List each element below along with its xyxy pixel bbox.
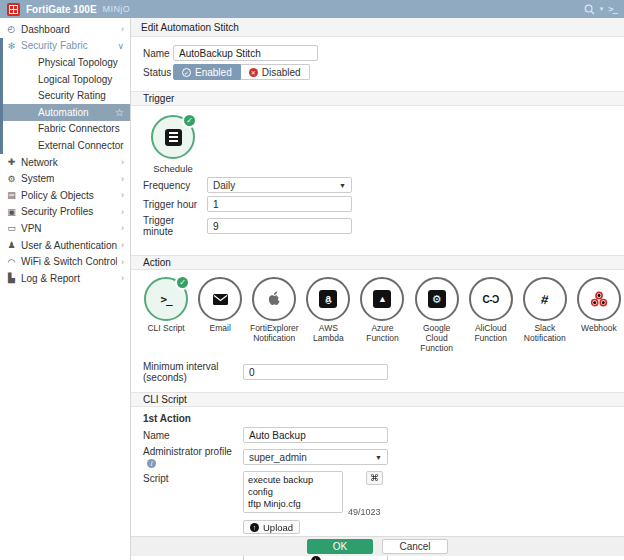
chevron-right-icon: › bbox=[121, 223, 124, 233]
lock-icon: ▣ bbox=[6, 207, 17, 217]
trigger-minute-input[interactable] bbox=[207, 218, 352, 234]
fortigate-app: FortiGate 100E MINjO ▾ >_ ◴ Dashboard › … bbox=[0, 0, 624, 560]
trigger-minute-label: Trigger minute bbox=[143, 215, 207, 237]
webhook-icon bbox=[590, 290, 608, 308]
action-email[interactable]: Email bbox=[195, 277, 245, 353]
favorite-star-icon[interactable]: ☆ bbox=[115, 107, 124, 118]
trigger-schedule-card[interactable]: ✓ Schedule bbox=[141, 115, 205, 174]
sidebar-item-external-connectors[interactable]: External Connectors bbox=[3, 137, 130, 154]
search-icon[interactable] bbox=[584, 4, 595, 15]
network-icon: ✚ bbox=[6, 157, 17, 167]
sidebar-item-physical-topology[interactable]: Physical Topology bbox=[3, 54, 130, 71]
script-textarea[interactable]: execute backup config tftp Minjo.cfg 10.… bbox=[243, 471, 343, 513]
action-azure-function[interactable]: ▲ Azure Function bbox=[357, 277, 407, 353]
sidebar-item-dashboard[interactable]: ◴ Dashboard › bbox=[0, 21, 130, 38]
chevron-right-icon: › bbox=[121, 190, 124, 200]
sidebar-item-log-report[interactable]: ▙ Log & Report › bbox=[0, 270, 130, 287]
char-counter: 49/1023 bbox=[348, 507, 381, 517]
schedule-icon bbox=[165, 129, 182, 146]
gauge-icon: ◴ bbox=[6, 24, 17, 34]
action-webhook[interactable]: Webhook bbox=[574, 277, 624, 353]
script-label: Script bbox=[143, 471, 243, 484]
chevron-right-icon: › bbox=[121, 257, 124, 267]
cli-prompt-icon: >_ bbox=[160, 293, 171, 306]
chevron-right-icon: › bbox=[121, 157, 124, 167]
upload-icon: ↑ bbox=[250, 523, 259, 532]
search-caret-icon[interactable]: ▾ bbox=[600, 5, 604, 13]
google-cloud-icon: ⚙ bbox=[428, 290, 446, 308]
main-panel: Edit Automation Stitch Name Status ✓ Ena… bbox=[131, 18, 624, 560]
gear-icon: ⚙ bbox=[6, 174, 17, 184]
frequency-select[interactable]: Daily ▼ bbox=[207, 177, 352, 193]
action-name-label: Name bbox=[143, 430, 243, 441]
apple-icon bbox=[267, 291, 281, 307]
chevron-down-icon: ∨ bbox=[117, 41, 124, 51]
sidebar-item-automation[interactable]: Automation ☆ bbox=[3, 104, 130, 121]
fortinet-logo bbox=[7, 3, 20, 16]
ok-button[interactable]: OK bbox=[307, 539, 373, 554]
sidebar-item-wifi-switch[interactable]: ◠ WiFi & Switch Controller › bbox=[0, 253, 130, 270]
sidebar-item-vpn[interactable]: ▭ VPN › bbox=[0, 220, 130, 237]
alicloud-icon: C-Ɔ bbox=[483, 294, 499, 305]
sidebar-item-fabric-connectors[interactable]: Fabric Connectors bbox=[3, 121, 130, 138]
status-disabled-button[interactable]: ✕ Disabled bbox=[241, 64, 310, 80]
script-command-button[interactable]: ⌘ bbox=[366, 471, 383, 485]
caret-down-icon: ▼ bbox=[375, 454, 382, 461]
sidebar-item-security-rating[interactable]: Security Rating bbox=[3, 87, 130, 104]
stitch-name-input[interactable] bbox=[173, 45, 318, 61]
fabric-icon: ✻ bbox=[6, 41, 17, 51]
sidebar-item-system[interactable]: ⚙ System › bbox=[0, 170, 130, 187]
top-bar: FortiGate 100E MINjO ▾ >_ bbox=[0, 0, 624, 18]
user-icon: ♟ bbox=[6, 240, 17, 250]
action-google-cloud[interactable]: ⚙ Google Cloud Function bbox=[412, 277, 462, 353]
cli-console-icon[interactable]: >_ bbox=[608, 4, 617, 14]
chevron-right-icon: › bbox=[121, 207, 124, 217]
sidebar-item-network[interactable]: ✚ Network › bbox=[0, 154, 130, 171]
document-icon: ▤ bbox=[6, 190, 17, 200]
action-slack[interactable]: # Slack Notification bbox=[520, 277, 570, 353]
info-icon[interactable]: i bbox=[147, 459, 156, 468]
first-action-label: 1st Action bbox=[143, 413, 624, 424]
cli-script-section-header: CLI Script bbox=[131, 392, 624, 407]
slack-icon: # bbox=[540, 291, 549, 307]
action-name-input[interactable] bbox=[243, 427, 388, 443]
sidebar-item-policy-objects[interactable]: ▤ Policy & Objects › bbox=[0, 187, 130, 204]
min-interval-input[interactable] bbox=[243, 364, 388, 380]
sidebar-item-security-fabric[interactable]: ✻ Security Fabric ∨ bbox=[3, 38, 130, 55]
admin-profile-select[interactable]: super_admin ▼ bbox=[243, 449, 388, 465]
name-label: Name bbox=[143, 48, 173, 59]
sidebar: ◴ Dashboard › ✻ Security Fabric ∨ Physic… bbox=[0, 18, 131, 560]
sidebar-item-user-authentication[interactable]: ♟ User & Authentication › bbox=[0, 237, 130, 254]
page-title: Edit Automation Stitch bbox=[131, 18, 624, 37]
aws-icon: a bbox=[319, 290, 337, 308]
selected-check-badge: ✓ bbox=[175, 275, 190, 290]
chevron-right-icon: › bbox=[121, 174, 124, 184]
trigger-hour-label: Trigger hour bbox=[143, 199, 207, 210]
trigger-hour-input[interactable] bbox=[207, 196, 352, 212]
envelope-icon bbox=[213, 294, 228, 305]
chart-icon: ▙ bbox=[6, 273, 17, 283]
upload-button[interactable]: ↑ Upload bbox=[243, 520, 300, 534]
sidebar-item-security-profiles[interactable]: ▣ Security Profiles › bbox=[0, 204, 130, 221]
action-fortiexplorer[interactable]: FortiExplorer Notification bbox=[249, 277, 299, 353]
sidebar-item-logical-topology[interactable]: Logical Topology bbox=[3, 71, 130, 88]
status-enabled-button[interactable]: ✓ Enabled bbox=[173, 64, 241, 80]
device-title: FortiGate 100E bbox=[26, 4, 97, 15]
chevron-right-icon: › bbox=[121, 273, 124, 283]
check-circle-icon: ✓ bbox=[182, 68, 191, 77]
action-alicloud[interactable]: C-Ɔ AliCloud Function bbox=[466, 277, 516, 353]
x-circle-icon: ✕ bbox=[249, 68, 258, 77]
plus-icon: + bbox=[311, 556, 321, 560]
chevron-right-icon: › bbox=[121, 240, 124, 250]
caret-down-icon: ▼ bbox=[339, 182, 346, 189]
wifi-icon: ◠ bbox=[6, 257, 17, 267]
chevron-right-icon: › bbox=[121, 24, 124, 34]
security-fabric-group: ✻ Security Fabric ∨ Physical Topology Lo… bbox=[0, 38, 130, 154]
action-picker: >_ ✓ CLI Script Email bbox=[141, 277, 624, 353]
footer-bar: OK Cancel bbox=[131, 536, 624, 556]
cancel-button[interactable]: Cancel bbox=[382, 539, 448, 554]
action-aws-lambda[interactable]: a AWS Lambda bbox=[303, 277, 353, 353]
status-label: Status bbox=[143, 67, 173, 78]
action-cli-script[interactable]: >_ ✓ CLI Script bbox=[141, 277, 191, 353]
admin-profile-label: Administrator profilei bbox=[143, 446, 243, 468]
